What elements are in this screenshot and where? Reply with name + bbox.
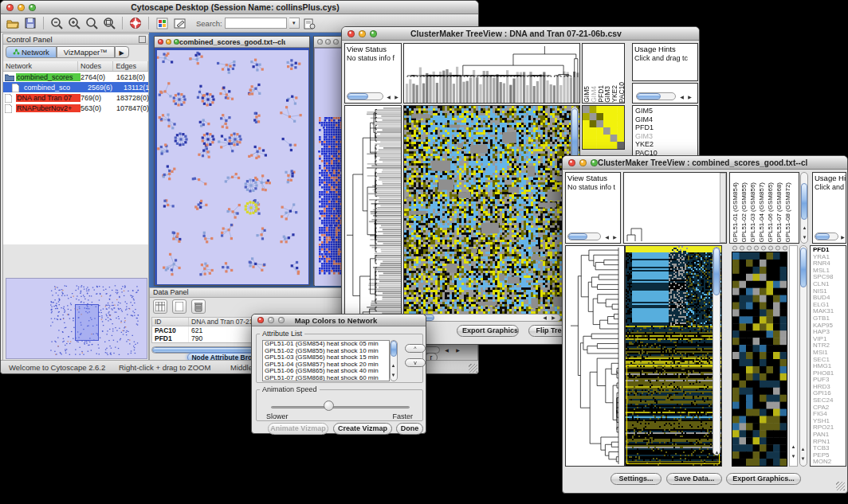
close-icon[interactable] (158, 39, 163, 45)
gene-label[interactable]: MON2 (813, 459, 846, 466)
network-table-row[interactable]: combined_scores2764(0)16218(0) (3, 72, 148, 82)
move-down-button[interactable]: v (405, 358, 426, 367)
minimize-icon[interactable] (325, 39, 331, 45)
minimize-icon[interactable] (166, 39, 171, 45)
column-label[interactable]: GPL51-08 (GSM872) (783, 182, 792, 243)
col-nodes[interactable]: Nodes (78, 61, 114, 71)
resize-grip[interactable] (836, 482, 845, 490)
scroll-right-icon[interactable]: ▶ (611, 234, 618, 240)
tv2-zoom-scrollbar[interactable]: ▲ ▼ (789, 245, 798, 467)
tv2-row-dendrogram[interactable] (565, 245, 625, 467)
move-up-button[interactable]: ^ (405, 344, 426, 353)
zoom-button[interactable] (29, 4, 36, 11)
scroll-up-icon[interactable]: ▲ (801, 225, 808, 231)
export-graphics-button[interactable]: Export Graphics... (457, 325, 519, 337)
scroll-right-icon[interactable]: ▶ (550, 315, 557, 321)
dialog-titlebar[interactable]: Map Colors to Network (252, 315, 426, 326)
column-label[interactable]: GPL51-03 (GSM856) (748, 182, 757, 243)
minimize-button[interactable] (18, 4, 25, 11)
attribute-select-icon[interactable] (153, 299, 167, 314)
summary-scrollbar[interactable]: ◀ ▶ (634, 92, 696, 101)
annotation-icon[interactable] (172, 16, 186, 30)
gene-label[interactable]: GIM3 (635, 132, 697, 141)
network-view-canvas[interactable] (157, 50, 308, 284)
tv2-zoom-heatmap[interactable] (732, 252, 787, 467)
maximize-icon[interactable] (333, 39, 339, 45)
done-button[interactable]: Done (396, 423, 423, 435)
maximize-icon[interactable] (174, 39, 179, 45)
scroll-up-icon[interactable]: ▲ (790, 443, 797, 450)
column-label[interactable]: GPL51-04 (GSM857) (757, 182, 766, 243)
tv2-column-scrollbar[interactable]: ▲ ▼ (800, 172, 809, 244)
scroll-down-icon[interactable]: ▼ (799, 455, 807, 462)
tab-network[interactable]: Network (6, 46, 57, 58)
zoom-button[interactable] (278, 317, 285, 323)
zoom-button[interactable] (591, 159, 598, 166)
col-id[interactable]: ID (152, 318, 189, 326)
zoom-selected-icon[interactable] (102, 16, 116, 30)
scroll-right-icon[interactable]: ▶ (686, 94, 693, 100)
advanced-search-icon[interactable] (303, 16, 317, 30)
col-network[interactable]: Network (3, 61, 78, 71)
attribute-list[interactable]: GPL51-01 (GSM854) heat shock 05 minGPL51… (262, 340, 390, 381)
gene-label[interactable]: PFD1 (635, 123, 697, 132)
zoom-out-icon[interactable] (49, 16, 64, 30)
view-status-scrollbar[interactable]: ◀ ▶ (567, 232, 618, 241)
export-graphics-button[interactable]: Export Graphics... (726, 473, 801, 485)
scroll-down-icon[interactable]: ▼ (713, 457, 720, 463)
scroll-left-icon[interactable]: ◀ (385, 94, 392, 100)
network-table-row[interactable]: DNA and Tran 07769(0)183728(0) (3, 92, 148, 103)
scroll-left-icon[interactable]: ◀ (541, 315, 548, 321)
usage-scrollbar[interactable]: ▶ (815, 232, 844, 241)
network-view-frame[interactable]: combined_scores_good.txt--cluste... (154, 36, 310, 286)
zoom-in-icon[interactable] (67, 16, 81, 30)
close-button[interactable] (6, 4, 14, 11)
tv2-column-dendrogram[interactable] (623, 172, 727, 244)
network-table-row[interactable]: RNAPuberNov2+563(0)107847(0) (3, 103, 148, 113)
birds-eye-overview[interactable] (6, 278, 147, 359)
scroll-up-icon[interactable]: ▲ (713, 449, 720, 455)
column-label[interactable]: GPL51-02 (GSM855) (740, 182, 748, 243)
search-dropdown-icon[interactable]: ▼ (289, 18, 300, 29)
search-input[interactable] (225, 18, 287, 29)
animate-vizmap-button[interactable]: Animate Vizmap (268, 423, 328, 435)
tv1-column-dendrogram[interactable] (403, 43, 580, 104)
scroll-left-icon[interactable]: ◀ (443, 347, 450, 354)
zoom-button[interactable] (370, 30, 377, 37)
close-button[interactable] (257, 317, 264, 323)
settings-button[interactable]: Settings... (610, 473, 662, 485)
main-titlebar[interactable]: Cytoscape Desktop (Session Name: collins… (1, 1, 478, 14)
tv1-summary-heatmap[interactable] (582, 105, 625, 150)
scroll-up-icon[interactable]: ▲ (390, 362, 397, 369)
scroll-right-icon[interactable]: ▶ (839, 234, 846, 240)
gene-label[interactable]: GIM4 (635, 115, 697, 124)
save-icon[interactable] (23, 16, 37, 30)
float-panel-icon[interactable] (139, 36, 146, 43)
open-folder-icon[interactable] (6, 16, 20, 30)
frame1-titlebar[interactable]: combined_scores_good.txt--cluste... (155, 37, 309, 48)
column-label[interactable]: GPL51-07 (GSM868) (775, 182, 783, 243)
scroll-up-icon[interactable]: ▲ (799, 446, 807, 452)
scroll-down-icon[interactable]: ▼ (790, 453, 797, 459)
close-button[interactable] (347, 30, 355, 37)
tv2-heatmap[interactable]: ▲ ▼ (625, 245, 722, 467)
save-data-button[interactable]: Save Data... (666, 473, 722, 485)
help-lifebuoy-icon[interactable] (128, 16, 143, 30)
close-button[interactable] (568, 159, 575, 166)
minimize-button[interactable] (359, 30, 366, 37)
gene-label[interactable]: YKE2 (635, 140, 697, 149)
create-vizmap-button[interactable]: Create Vizmap (333, 423, 392, 435)
column-label[interactable]: GPL51-01 (GSM854) (731, 182, 740, 243)
delete-attribute-icon[interactable] (191, 299, 206, 314)
tv2-titlebar[interactable]: ClusterMaker TreeView : combined_scores_… (563, 156, 847, 170)
attribute-list-item[interactable]: GPL51-07 (GSM868) heat shock 60 min (263, 375, 389, 381)
attribute-list-scrollbar[interactable]: ▲ ▼ (390, 340, 398, 381)
column-label[interactable]: GPL51-06 (GSM865) (766, 182, 775, 243)
tv1-heatmap[interactable]: ◀ ▶ (403, 105, 580, 323)
network-table-row[interactable]: combined_sco2569(6)13112(15) (3, 82, 148, 92)
scroll-right-icon[interactable]: ▶ (393, 94, 400, 100)
close-icon[interactable] (317, 39, 323, 45)
speed-slider-thumb[interactable] (324, 400, 334, 411)
speed-slider-track[interactable] (271, 406, 410, 408)
tv1-row-dendrogram[interactable] (344, 105, 402, 323)
